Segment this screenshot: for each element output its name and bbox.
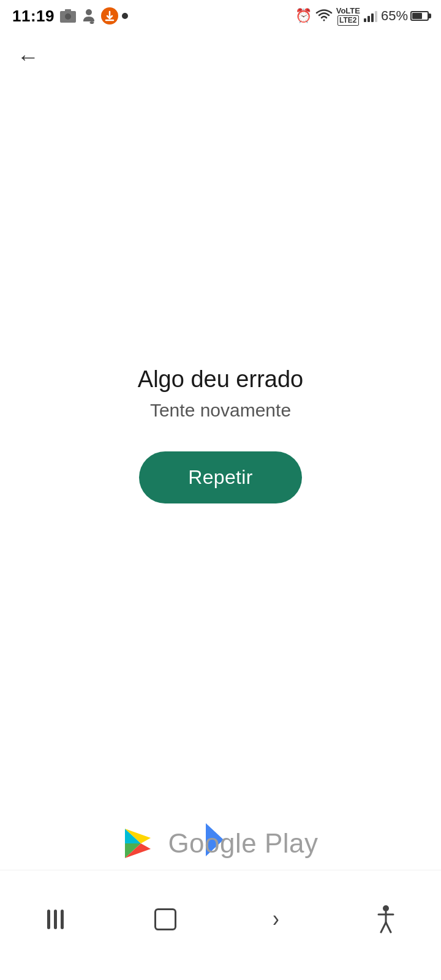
error-title: Algo deu errado: [138, 366, 303, 393]
accessibility-icon: [374, 905, 398, 933]
google-play-triangle-icon: [123, 826, 157, 861]
nav-back-button[interactable]: ‹: [245, 895, 306, 944]
error-subtitle: Tente novamente: [150, 400, 291, 421]
retry-button[interactable]: Repetir: [139, 451, 301, 503]
bottom-nav: ‹: [0, 870, 441, 980]
svg-line-20: [381, 922, 386, 932]
nav-recent-apps[interactable]: [24, 895, 86, 944]
nav-home-button[interactable]: [135, 895, 196, 944]
google-play-text-clean: Google Play: [168, 828, 318, 859]
back-nav-icon: ‹: [273, 906, 279, 932]
home-icon: [154, 908, 176, 930]
google-play-footer-clean: Google Play: [0, 826, 441, 861]
nav-accessibility-button[interactable]: [355, 895, 417, 944]
recent-apps-icon: [47, 910, 64, 929]
svg-line-21: [386, 922, 391, 932]
main-content: Algo deu errado Tente novamente Repetir: [0, 0, 441, 870]
